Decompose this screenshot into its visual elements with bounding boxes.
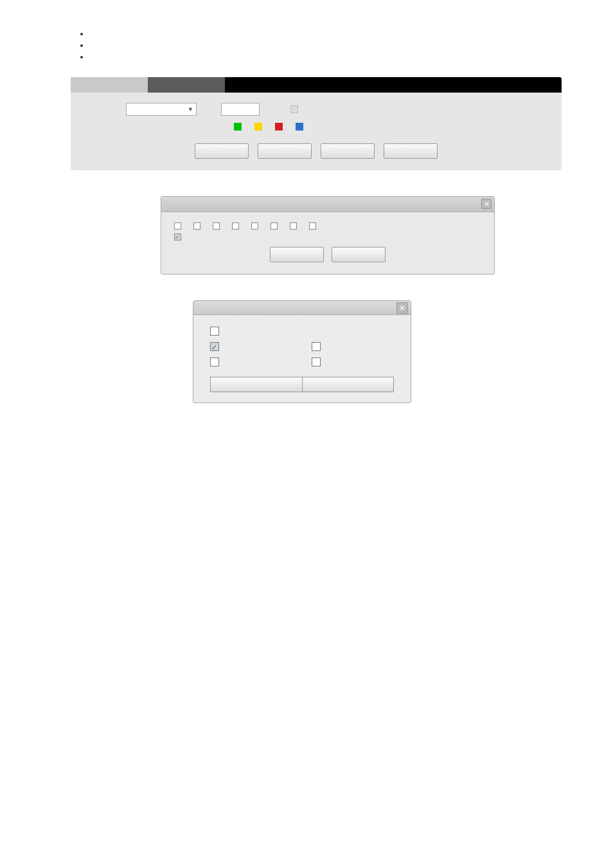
copy-dialog: ✕	[193, 300, 411, 403]
day-tuesday-checkbox[interactable]	[232, 222, 239, 230]
setup-cancel-button[interactable]	[332, 247, 386, 262]
copy-save-button[interactable]	[210, 377, 302, 392]
day-saturday-checkbox[interactable]	[309, 222, 316, 230]
redundancy-checkbox	[290, 105, 298, 113]
setup-save-button[interactable]	[270, 247, 324, 262]
day-monday-checkbox[interactable]	[213, 222, 220, 230]
copy-all-checkbox[interactable]	[210, 327, 219, 336]
copy-ch2-checkbox[interactable]	[312, 342, 321, 351]
bullet-list	[0, 8, 613, 69]
tab-record[interactable]	[71, 77, 148, 93]
copy-ch4-checkbox[interactable]	[312, 357, 321, 366]
legend-mdalarm-swatch	[296, 123, 303, 131]
copy-button[interactable]	[195, 143, 249, 159]
close-icon[interactable]: ✕	[481, 199, 492, 209]
day-wednesday-checkbox[interactable]	[251, 222, 258, 230]
setup-dialog: ✕	[161, 196, 495, 275]
refresh-button[interactable]	[321, 143, 375, 159]
day-friday-checkbox[interactable]	[290, 222, 297, 230]
channel-select[interactable]: ▼	[126, 103, 197, 116]
legend-alarm-swatch	[275, 123, 283, 131]
legend	[234, 122, 553, 131]
chevron-down-icon: ▼	[188, 106, 193, 113]
day-thursday-checkbox[interactable]	[271, 222, 278, 230]
default-button[interactable]	[384, 143, 438, 159]
legend-regular-swatch	[234, 123, 242, 131]
days-row	[170, 222, 485, 230]
prerecord-input[interactable]	[221, 103, 260, 116]
copy-ch1-checkbox[interactable]	[210, 342, 219, 351]
copy-ch3-checkbox[interactable]	[210, 357, 219, 366]
save-button[interactable]	[258, 143, 312, 159]
day-all-checkbox[interactable]	[174, 222, 181, 230]
day-holiday-checkbox[interactable]	[174, 233, 181, 240]
copy-cancel-button[interactable]	[302, 377, 394, 392]
record-schedule-panel: ▼	[71, 77, 562, 170]
day-sunday-checkbox[interactable]	[193, 222, 200, 230]
close-icon[interactable]: ✕	[396, 302, 408, 314]
legend-md-swatch	[254, 123, 262, 131]
tab-snapshot[interactable]	[148, 77, 225, 93]
